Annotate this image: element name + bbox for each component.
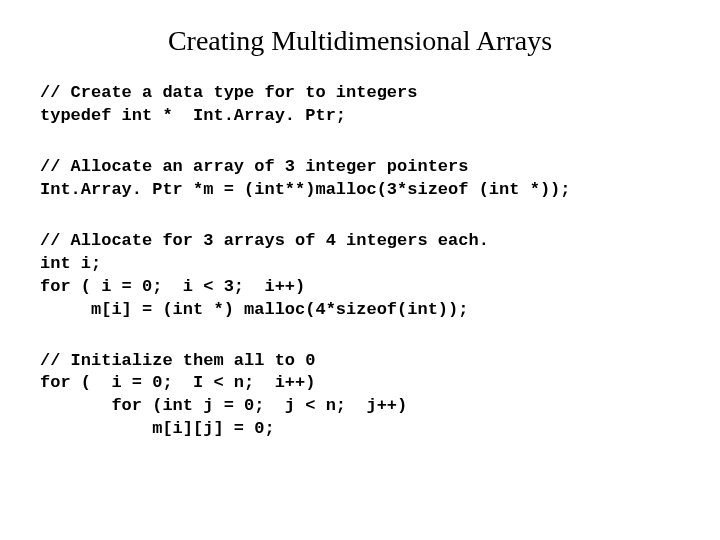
code-block-allocate-arrays: // Allocate for 3 arrays of 4 integers e… <box>40 230 680 322</box>
code-block-initialize: // Initialize them all to 0 for ( i = 0;… <box>40 350 680 442</box>
code-block-typedef: // Create a data type for to integers ty… <box>40 82 680 128</box>
slide-title: Creating Multidimensional Arrays <box>40 25 680 57</box>
code-block-allocate-pointers: // Allocate an array of 3 integer pointe… <box>40 156 680 202</box>
